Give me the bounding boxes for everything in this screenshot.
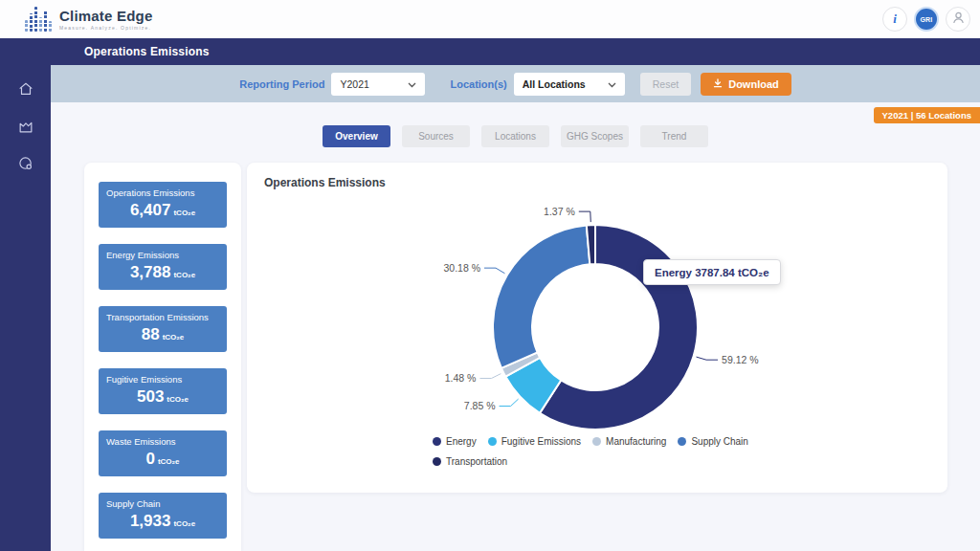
chart-legend: EnergyFugitive EmissionsManufacturingSup… bbox=[433, 436, 762, 467]
sidebar-item-emissions[interactable] bbox=[17, 155, 34, 172]
stat-unit: tCO₂e bbox=[173, 519, 195, 528]
slice-leader-line bbox=[697, 357, 719, 360]
stat-unit: tCO₂e bbox=[167, 395, 189, 404]
tab-locations[interactable]: Locations bbox=[481, 125, 549, 147]
stat-label: Transportation Emissions bbox=[106, 312, 219, 322]
stat-value: 88 bbox=[142, 325, 160, 343]
stat-label: Energy Emissions bbox=[106, 250, 219, 260]
slice-percent-label: 7.85 % bbox=[464, 400, 496, 411]
filter-bar: Reporting Period Y2021 Location(s) All L… bbox=[51, 65, 980, 102]
legend-label: Energy bbox=[446, 436, 477, 447]
reporting-period-label: Reporting Period bbox=[239, 78, 324, 90]
tab-bar: Overview Sources Locations GHG Scopes Tr… bbox=[51, 125, 980, 147]
info-icon: i bbox=[893, 11, 897, 27]
stat-value: 6,407 bbox=[130, 201, 171, 219]
stat-card-fugitive-emissions: Fugitive Emissions 503tCO₂e bbox=[99, 368, 227, 414]
download-label: Download bbox=[728, 78, 779, 90]
brand-logo: Climate Edge Measure. Analyze. Optimize. bbox=[25, 7, 152, 32]
slice-percent-label: 1.48 % bbox=[445, 372, 477, 384]
slice-percent-label: 59.12 % bbox=[722, 354, 759, 365]
home-icon bbox=[17, 80, 34, 98]
chevron-down-icon bbox=[608, 78, 616, 90]
globe-icon bbox=[17, 155, 34, 172]
legend-item-manufacturing[interactable]: Manufacturing bbox=[592, 436, 666, 447]
user-icon bbox=[951, 11, 966, 29]
stat-card-waste-emissions: Waste Emissions 0tCO₂e bbox=[99, 430, 227, 476]
legend-item-fugitive-emissions[interactable]: Fugitive Emissions bbox=[488, 436, 581, 447]
legend-item-transportation[interactable]: Transportation bbox=[433, 456, 507, 467]
brand-tagline: Measure. Analyze. Optimize. bbox=[59, 25, 152, 31]
legend-marker bbox=[433, 437, 441, 446]
brand-logo-icon bbox=[25, 7, 52, 32]
slice-leader-line bbox=[500, 399, 519, 407]
tab-ghg-scopes[interactable]: GHG Scopes bbox=[561, 125, 629, 147]
download-icon bbox=[713, 78, 723, 90]
user-button[interactable] bbox=[946, 7, 970, 32]
download-button[interactable]: Download bbox=[701, 73, 791, 96]
stat-label: Supply Chain bbox=[106, 498, 219, 509]
legend-marker bbox=[433, 457, 441, 466]
chart-icon bbox=[17, 118, 34, 135]
locations-label: Location(s) bbox=[450, 78, 506, 90]
stat-value: 0 bbox=[145, 450, 154, 468]
chart-tooltip: Energy 3787.84 tCO₂e bbox=[643, 259, 781, 285]
legend-label: Supply Chain bbox=[691, 436, 747, 447]
top-navbar: Climate Edge Measure. Analyze. Optimize.… bbox=[0, 0, 980, 38]
reporting-period-value: Y2021 bbox=[340, 78, 368, 90]
legend-marker bbox=[678, 437, 686, 446]
info-button[interactable]: i bbox=[882, 7, 907, 32]
slice-percent-label: 30.18 % bbox=[443, 262, 480, 274]
stats-panel: Operations Emissions 6,407tCO₂e Energy E… bbox=[84, 163, 241, 551]
stat-unit: tCO₂e bbox=[163, 333, 185, 342]
donut-slice-supply-chain[interactable] bbox=[493, 225, 590, 367]
brand-name: Climate Edge bbox=[59, 8, 152, 24]
stat-label: Waste Emissions bbox=[106, 436, 219, 447]
tab-overview[interactable]: Overview bbox=[323, 125, 390, 147]
legend-label: Transportation bbox=[446, 456, 507, 467]
sidebar-item-home[interactable] bbox=[17, 80, 34, 98]
page-title: Operations Emissions bbox=[84, 45, 210, 58]
tab-sources[interactable]: Sources bbox=[402, 125, 470, 147]
stat-card-operations-emissions: Operations Emissions 6,407tCO₂e bbox=[99, 182, 227, 228]
stat-value: 3,788 bbox=[130, 263, 171, 281]
reset-button[interactable]: Reset bbox=[640, 73, 691, 96]
locations-value: All Locations bbox=[523, 78, 586, 90]
tooltip-text: Energy 3787.84 tCO₂e bbox=[655, 267, 769, 278]
chevron-down-icon bbox=[408, 78, 416, 90]
stat-card-energy-emissions: Energy Emissions 3,788tCO₂e bbox=[99, 244, 227, 290]
stat-value: 1,933 bbox=[130, 512, 171, 530]
slice-leader-line bbox=[479, 374, 501, 379]
stat-label: Fugitive Emissions bbox=[106, 374, 219, 385]
slice-leader-line bbox=[579, 211, 590, 222]
legend-marker bbox=[592, 437, 601, 446]
gri-label: GRI bbox=[920, 16, 932, 23]
reporting-period-select[interactable]: Y2021 bbox=[331, 73, 425, 96]
legend-marker bbox=[488, 437, 497, 446]
sidebar-item-charts[interactable] bbox=[17, 118, 34, 135]
stat-unit: tCO₂e bbox=[173, 209, 195, 217]
chart-card: Operations Emissions 59.12 %7.85 %1.48 %… bbox=[247, 163, 947, 493]
sidebar-nav bbox=[0, 38, 51, 551]
legend-item-energy[interactable]: Energy bbox=[433, 436, 477, 447]
stat-label: Operations Emissions bbox=[106, 187, 219, 198]
stat-value: 503 bbox=[137, 387, 164, 406]
slice-leader-line bbox=[484, 268, 504, 274]
page-title-bar: Operations Emissions bbox=[0, 38, 980, 65]
stat-card-transportation-emissions: Transportation Emissions 88tCO₂e bbox=[99, 306, 227, 352]
legend-label: Manufacturing bbox=[606, 436, 666, 447]
selection-badge: Y2021 | 56 Locations bbox=[874, 107, 980, 123]
stat-unit: tCO₂e bbox=[158, 457, 180, 466]
slice-percent-label: 1.37 % bbox=[544, 206, 575, 217]
gri-button[interactable]: GRI bbox=[914, 7, 939, 32]
legend-label: Fugitive Emissions bbox=[501, 436, 581, 447]
legend-item-supply-chain[interactable]: Supply Chain bbox=[678, 436, 747, 447]
tab-trend[interactable]: Trend bbox=[640, 125, 708, 147]
stat-card-supply-chain: Supply Chain 1,933tCO₂e bbox=[99, 493, 227, 539]
stat-unit: tCO₂e bbox=[173, 271, 195, 279]
locations-select[interactable]: All Locations bbox=[514, 73, 625, 96]
